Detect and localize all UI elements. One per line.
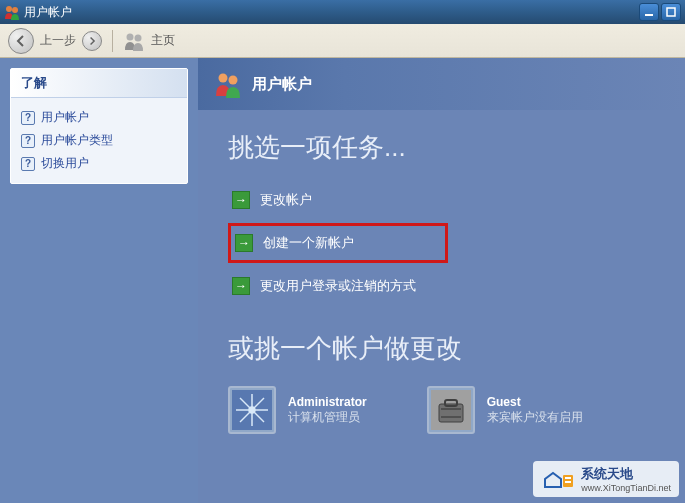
svg-point-1 <box>12 7 18 13</box>
watermark-url: www.XiTongTianDi.net <box>581 483 671 493</box>
svg-point-4 <box>127 33 134 40</box>
sidebar-link-user-accounts[interactable]: ? 用户帐户 <box>21 106 177 129</box>
svg-rect-21 <box>565 481 571 483</box>
account-info: Administrator 计算机管理员 <box>288 395 367 426</box>
user-accounts-app-icon <box>4 4 20 20</box>
account-administrator[interactable]: Administrator 计算机管理员 <box>228 386 367 434</box>
svg-point-5 <box>135 34 142 41</box>
svg-point-13 <box>249 407 255 413</box>
minimize-button[interactable] <box>639 3 659 21</box>
account-desc: 来宾帐户没有启用 <box>487 409 583 426</box>
arrow-right-icon: → <box>235 234 253 252</box>
home-people-icon <box>123 30 145 52</box>
sidebar-panel: 了解 ? 用户帐户 ? 用户帐户类型 ? 切换用户 <box>10 68 188 184</box>
accounts-row: Administrator 计算机管理员 Guest 来宾帐户没有启用 <box>228 386 655 434</box>
svg-point-0 <box>6 6 12 12</box>
account-info: Guest 来宾帐户没有启用 <box>487 395 583 426</box>
toolbar-separator <box>112 30 113 52</box>
maximize-button[interactable] <box>661 3 681 21</box>
help-icon: ? <box>21 134 35 148</box>
svg-rect-17 <box>441 408 461 410</box>
watermark-cn: 系统天地 <box>581 465 671 483</box>
suitcase-icon <box>427 386 475 434</box>
svg-rect-3 <box>667 8 675 16</box>
main-panel: 用户帐户 挑选一项任务... → 更改帐户 → 创建一个新帐户 → 更改用户登录… <box>198 58 685 503</box>
user-accounts-icon <box>214 70 242 98</box>
pick-account-heading: 或挑一个帐户做更改 <box>228 331 655 366</box>
sidebar-link-label: 切换用户 <box>41 155 89 172</box>
snowflake-icon <box>228 386 276 434</box>
watermark-text: 系统天地 www.XiTongTianDi.net <box>581 465 671 493</box>
account-name: Administrator <box>288 395 367 409</box>
main-header: 用户帐户 <box>198 58 685 110</box>
home-label[interactable]: 主页 <box>151 32 175 49</box>
svg-rect-18 <box>441 416 461 418</box>
window-controls <box>639 3 681 21</box>
back-button[interactable] <box>8 28 34 54</box>
task-create-new-account[interactable]: → 创建一个新帐户 <box>235 232 441 254</box>
arrow-right-icon: → <box>232 191 250 209</box>
task-label: 创建一个新帐户 <box>263 234 354 252</box>
help-icon: ? <box>21 157 35 171</box>
main-body: 挑选一项任务... → 更改帐户 → 创建一个新帐户 → 更改用户登录或注销的方… <box>198 110 685 444</box>
task-label: 更改用户登录或注销的方式 <box>260 277 416 295</box>
task-change-account[interactable]: → 更改帐户 <box>228 183 655 217</box>
watermark-logo-icon <box>541 467 575 491</box>
toolbar: 上一步 主页 <box>0 24 685 58</box>
svg-point-7 <box>229 76 238 85</box>
titlebar: 用户帐户 <box>0 0 685 24</box>
sidebar-link-account-types[interactable]: ? 用户帐户类型 <box>21 129 177 152</box>
account-guest[interactable]: Guest 来宾帐户没有启用 <box>427 386 583 434</box>
main-header-title: 用户帐户 <box>252 75 312 94</box>
sidebar-link-label: 用户帐户类型 <box>41 132 113 149</box>
sidebar-link-label: 用户帐户 <box>41 109 89 126</box>
svg-rect-20 <box>565 477 571 479</box>
task-highlight-box: → 创建一个新帐户 <box>228 223 448 263</box>
help-icon: ? <box>21 111 35 125</box>
sidebar-link-switch-user[interactable]: ? 切换用户 <box>21 152 177 175</box>
account-name: Guest <box>487 395 583 409</box>
task-change-logon[interactable]: → 更改用户登录或注销的方式 <box>228 269 655 303</box>
pick-task-heading: 挑选一项任务... <box>228 130 655 165</box>
svg-point-6 <box>219 74 228 83</box>
sidebar: 了解 ? 用户帐户 ? 用户帐户类型 ? 切换用户 <box>0 58 198 503</box>
svg-rect-2 <box>645 14 653 16</box>
sidebar-panel-body: ? 用户帐户 ? 用户帐户类型 ? 切换用户 <box>11 98 187 183</box>
back-label: 上一步 <box>40 32 76 49</box>
account-desc: 计算机管理员 <box>288 409 367 426</box>
watermark: 系统天地 www.XiTongTianDi.net <box>533 461 679 497</box>
content-area: 了解 ? 用户帐户 ? 用户帐户类型 ? 切换用户 <box>0 58 685 503</box>
arrow-right-icon: → <box>232 277 250 295</box>
forward-button[interactable] <box>82 31 102 51</box>
task-label: 更改帐户 <box>260 191 312 209</box>
sidebar-panel-title: 了解 <box>11 69 187 98</box>
window-title: 用户帐户 <box>24 4 639 21</box>
